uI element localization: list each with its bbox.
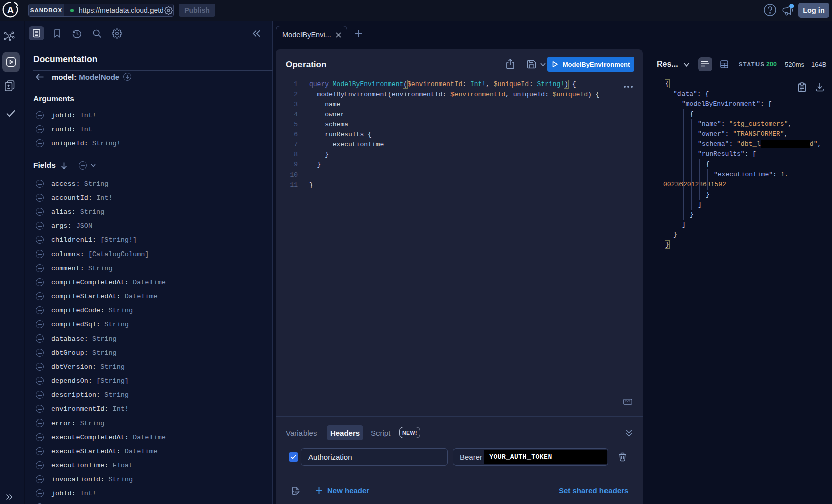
svg-text:A: A [7,5,14,15]
